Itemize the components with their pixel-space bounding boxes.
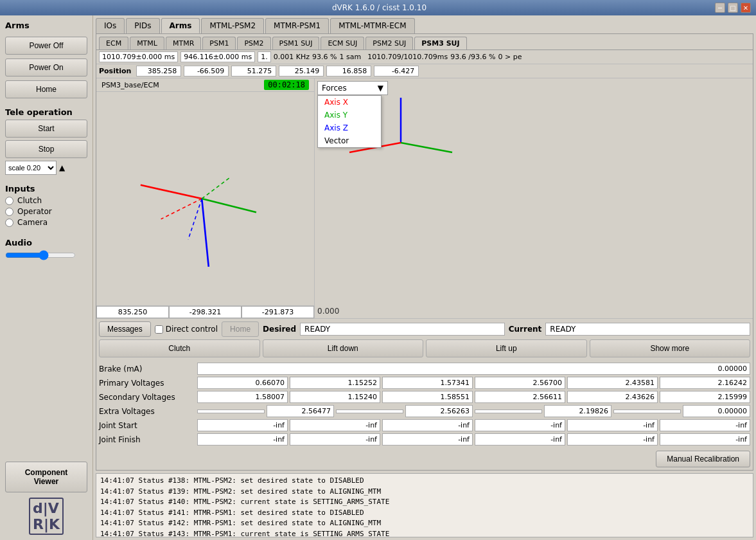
home-button[interactable]: Home	[5, 80, 87, 98]
joint-finish-row: Joint Finish -inf -inf -inf -inf -inf -i…	[99, 433, 750, 446]
stat-8: 93.6 /93.6 %	[450, 53, 495, 61]
axes-visualization	[96, 92, 314, 305]
subtab-mtmr[interactable]: MTMR	[166, 37, 201, 50]
stat-1: 1010.709±0.000 ms	[99, 51, 178, 62]
jf-5: -inf	[660, 433, 750, 446]
stop-button[interactable]: Stop	[5, 140, 87, 158]
sv-3: 2.56611	[475, 391, 565, 403]
viz-val-2: -291.873	[242, 306, 314, 318]
stat-7: 1010.709/1010.709ms	[367, 53, 448, 61]
clutch-radio[interactable]	[5, 197, 13, 205]
component-viewer-button[interactable]: Component Viewer	[5, 462, 87, 492]
viz-val-1: -298.321	[169, 306, 242, 318]
jf-2: -inf	[382, 433, 473, 446]
joint-start-label: Joint Start	[99, 421, 195, 430]
viz-label: PSM3_base/ECM	[101, 81, 159, 89]
log-line: 14:41:07 Status #142: MTMR-PSM1: set des…	[100, 518, 749, 529]
subtab-psm1[interactable]: PSM1	[202, 37, 236, 50]
stat-3: 1.	[258, 51, 271, 62]
tab-mtmr-psm1[interactable]: MTMR-PSM1	[265, 18, 329, 33]
camera-radio-row: Camera	[5, 218, 87, 227]
force-option-axis-y[interactable]: Axis Y	[318, 109, 381, 122]
scalar-display: 0.000	[317, 307, 750, 316]
direct-control-checkbox[interactable]	[155, 325, 163, 334]
force-option-vector[interactable]: Vector	[318, 134, 381, 147]
js-5: -inf	[660, 419, 750, 431]
manual-recalibration-button[interactable]: Manual Recalibration	[656, 451, 750, 467]
sub-tab-bar: ECM MTML MTMR PSM1 PSM2 PSM1 SUJ ECM SUJ…	[96, 34, 753, 50]
camera-radio[interactable]	[5, 219, 13, 227]
log-line: 14:41:07 Status #143: MTMR-PSM1: current…	[100, 529, 749, 538]
joint-finish-label: Joint Finish	[99, 435, 195, 444]
subtab-psm2-suj[interactable]: PSM2 SUJ	[365, 37, 413, 50]
tab-ios[interactable]: IOs	[96, 18, 125, 33]
subtab-mtml[interactable]: MTML	[130, 37, 164, 50]
messages-button[interactable]: Messages	[99, 321, 151, 337]
home-ctrl-button[interactable]: Home	[222, 321, 259, 337]
viz-bottom: 835.250 -298.321 -291.873	[96, 305, 314, 318]
power-off-button[interactable]: Power Off	[5, 37, 87, 55]
sv-1: 1.15240	[290, 391, 380, 403]
pv-4: 2.43581	[567, 377, 658, 389]
brake-row: Brake (mA) 0.00000	[99, 363, 750, 375]
tab-arms[interactable]: Arms	[161, 18, 200, 33]
viz-header: PSM3_base/ECM 00:02:18	[96, 78, 314, 92]
ev-0	[197, 410, 265, 413]
pv-5: 2.16242	[660, 377, 750, 389]
position-val-5: -6.427	[374, 66, 419, 76]
minimize-button[interactable]: ─	[715, 3, 725, 13]
svg-line-8	[401, 143, 452, 152]
tab-mtml-psm2[interactable]: MTML-PSM2	[201, 18, 264, 33]
js-1: -inf	[290, 419, 380, 431]
log-line: 14:41:07 Status #141: MTMR-PSM1: set des…	[100, 508, 749, 519]
tab-mtml-mtmr-ecm[interactable]: MTML-MTMR-ECM	[330, 18, 414, 33]
position-val-1: -66.509	[184, 66, 229, 76]
lift-up-button[interactable]: Lift up	[426, 339, 587, 357]
main-split: PSM3_base/ECM 00:02:18	[96, 78, 753, 318]
window-controls[interactable]: ─ □ ✕	[715, 3, 751, 13]
viz-canvas	[96, 92, 314, 305]
right-viz	[317, 98, 750, 304]
show-more-button[interactable]: Show more	[590, 339, 751, 357]
close-button[interactable]: ✕	[741, 3, 751, 13]
force-option-axis-x[interactable]: Axis X	[318, 96, 381, 109]
subtab-ecm[interactable]: ECM	[99, 37, 128, 50]
sv-5: 2.15999	[660, 391, 750, 403]
pv-1: 1.15252	[290, 377, 380, 389]
dvrk-logo: d|VR|K	[5, 498, 87, 535]
js-3: -inf	[475, 419, 565, 431]
audio-title: Audio	[5, 238, 87, 248]
ev-3: 2.56263	[405, 405, 473, 417]
jf-3: -inf	[475, 433, 565, 446]
start-button[interactable]: Start	[5, 120, 87, 138]
scale-select[interactable]: scale 0.20 scale 0.10 scale 0.50	[5, 161, 57, 175]
stat-6: 1 sam	[339, 53, 361, 61]
inputs-title: Inputs	[5, 184, 87, 194]
current-state-display: READY	[545, 323, 750, 336]
operator-radio[interactable]	[5, 208, 13, 216]
power-on-button[interactable]: Power On	[5, 59, 87, 76]
main-panel: ECM MTML MTMR PSM1 PSM2 PSM1 SUJ ECM SUJ…	[96, 33, 753, 471]
maximize-button[interactable]: □	[728, 3, 738, 13]
data-table-area: Brake (mA) 0.00000 Primary Voltages 0.66…	[96, 360, 753, 448]
primary-voltages-label: Primary Voltages	[99, 379, 195, 388]
viz-panel: PSM3_base/ECM 00:02:18	[96, 78, 315, 318]
stat-2: 946.116±0.000 ms	[180, 51, 255, 62]
audio-slider[interactable]	[5, 250, 76, 260]
operator-radio-row: Operator	[5, 207, 87, 216]
tab-pids[interactable]: PIDs	[126, 18, 159, 33]
position-label: Position	[99, 67, 131, 75]
lift-down-button[interactable]: Lift down	[263, 339, 424, 357]
log-area[interactable]: 14:41:07 Status #138: MTML-PSM2: set des…	[96, 473, 753, 537]
subtab-psm2[interactable]: PSM2	[237, 37, 270, 50]
subtab-psm1-suj[interactable]: PSM1 SUJ	[272, 37, 320, 50]
sv-2: 1.58551	[382, 391, 473, 403]
clutch-action-button[interactable]: Clutch	[99, 339, 260, 357]
force-dropdown-btn[interactable]: Forces ▼	[317, 81, 388, 95]
subtab-psm3-suj[interactable]: PSM3 SUJ	[414, 37, 466, 50]
ev-4	[475, 410, 542, 413]
extra-voltages-row: Extra Voltages 2.56477 2.56263 2.19826 0…	[99, 405, 750, 417]
force-option-axis-z[interactable]: Axis Z	[318, 122, 381, 134]
scale-arrow-icon: ▲	[59, 163, 65, 172]
subtab-ecm-suj[interactable]: ECM SUJ	[321, 37, 364, 50]
